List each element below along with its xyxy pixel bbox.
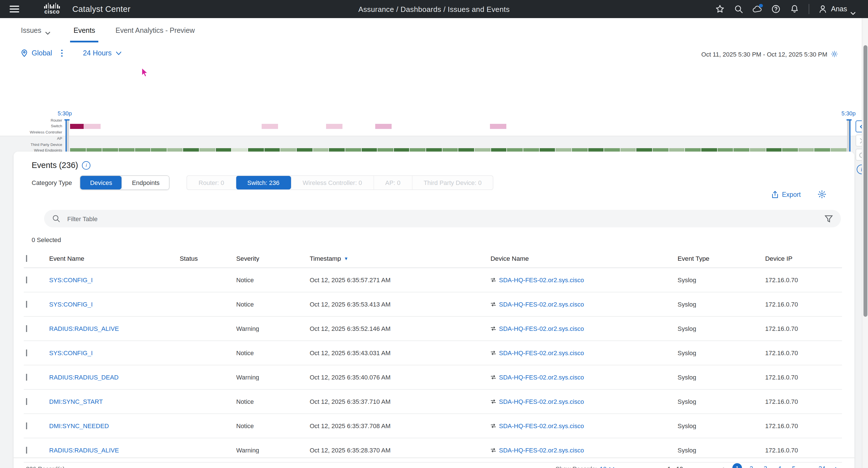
tab-issues[interactable]: Issues	[21, 18, 50, 42]
cloud-icon[interactable]	[752, 4, 762, 14]
tab-events[interactable]: Events	[73, 18, 95, 42]
events-info-icon[interactable]: i	[82, 161, 90, 169]
cisco-logo: cisco	[41, 4, 63, 14]
vertical-scrollbar[interactable]	[862, 18, 868, 468]
switch-device-icon	[491, 399, 496, 404]
device-name-link[interactable]: SDA-HQ-FES-02.or2.sys.cisco	[499, 325, 584, 332]
user-name: Anas	[831, 5, 847, 13]
switch-device-icon	[491, 326, 496, 331]
notifications-bell-icon[interactable]	[790, 4, 799, 14]
user-avatar-icon	[818, 4, 828, 14]
device-name-link[interactable]: SDA-HQ-FES-02.or2.sys.cisco	[499, 422, 584, 429]
pagination-page-3[interactable]: 3	[761, 463, 770, 468]
timestamp-cell: Oct 12, 2025 6:35:52.146 AM	[310, 325, 491, 332]
event-name-link[interactable]: SYS:CONFIG_I	[49, 301, 93, 308]
device-name-cell: SDA-HQ-FES-02.or2.sys.cisco	[491, 301, 678, 308]
show-records-value[interactable]: 10	[599, 465, 607, 468]
row-checkbox-cell	[26, 398, 49, 405]
column-header-status[interactable]: Status	[180, 255, 236, 262]
device-filter-chip[interactable]: Third Party Device: 0	[412, 176, 493, 189]
kebab-menu-icon[interactable]	[61, 50, 62, 57]
device-name-link[interactable]: SDA-HQ-FES-02.or2.sys.cisco	[499, 276, 584, 283]
device-name-link[interactable]: SDA-HQ-FES-02.or2.sys.cisco	[499, 447, 584, 454]
device-filter-chip[interactable]: AP: 0	[373, 176, 412, 189]
event-name-cell: SYS:CONFIG_I	[49, 276, 180, 283]
device-filter-chip[interactable]: Switch: 236	[236, 176, 291, 189]
filter-table-input[interactable]	[66, 215, 825, 223]
event-name-link[interactable]: RADIUS:RADIUS_ALIVE	[49, 447, 119, 454]
column-header-device-name[interactable]: Device Name	[491, 255, 678, 262]
device-name-cell: SDA-HQ-FES-02.or2.sys.cisco	[491, 422, 678, 429]
status-cell	[180, 301, 236, 308]
device-name-link[interactable]: SDA-HQ-FES-02.or2.sys.cisco	[499, 374, 584, 381]
severity-cell: Warning	[236, 374, 310, 381]
scrollbar-thumb[interactable]	[863, 45, 867, 317]
export-button[interactable]: Export	[771, 190, 801, 198]
status-cell	[180, 447, 236, 454]
switch-event-segment	[490, 124, 507, 129]
breadcrumb[interactable]: Assurance / Dashboards / Issues and Even…	[358, 0, 510, 18]
event-name-link[interactable]: SYS:CONFIG_I	[49, 276, 93, 283]
events-title: Events (236) i	[32, 160, 90, 170]
table-settings-gear-icon[interactable]	[818, 190, 826, 199]
event-name-link[interactable]: DMI:SYNC_START	[49, 398, 103, 405]
event-type-cell: Syslog	[678, 350, 765, 356]
event-name-link[interactable]: RADIUS:RADIUS_ALIVE	[49, 325, 119, 332]
device-name-link[interactable]: SDA-HQ-FES-02.or2.sys.cisco	[499, 398, 584, 405]
pagination-next-icon[interactable]: ›	[831, 463, 841, 468]
row-checkbox[interactable]	[26, 350, 27, 356]
events-table: Event NameStatusSeverityTimestamp▼Device…	[24, 250, 842, 463]
header-divider	[808, 4, 809, 14]
row-checkbox[interactable]	[26, 374, 27, 381]
category-button-devices[interactable]: Devices	[81, 176, 122, 189]
scope-selector[interactable]: Global	[32, 49, 52, 57]
device-filter-chip[interactable]: Router: 0	[187, 176, 236, 189]
event-name-link[interactable]: SYS:CONFIG_I	[49, 350, 93, 356]
column-header-event-type[interactable]: Event Type	[678, 255, 765, 262]
timeline-row-label: Switch	[0, 123, 62, 130]
row-checkbox[interactable]	[26, 301, 27, 308]
row-checkbox[interactable]	[26, 276, 27, 283]
device-filter-chip[interactable]: Wireless Controller: 0	[291, 176, 373, 189]
pagination-page-5[interactable]: 5	[789, 463, 799, 468]
pagination-page-4[interactable]: 4	[775, 463, 784, 468]
category-button-endpoints[interactable]: Endpoints	[122, 176, 169, 189]
events-card: Events (236) i Category Type DevicesEndp…	[13, 152, 855, 468]
timestamp-cell: Oct 12, 2025 6:35:37.710 AM	[310, 398, 491, 405]
pagination-page-24[interactable]: 24	[817, 463, 827, 468]
event-name-link[interactable]: DMI:SYNC_NEEDED	[49, 422, 109, 429]
pagination-page-2[interactable]: 2	[746, 463, 756, 468]
search-icon[interactable]	[734, 4, 743, 14]
column-header-severity[interactable]: Severity	[236, 255, 310, 262]
help-icon[interactable]	[771, 4, 781, 14]
row-checkbox[interactable]	[26, 325, 27, 332]
column-header-event-name[interactable]: Event Name	[49, 255, 180, 262]
row-checkbox[interactable]	[26, 447, 27, 454]
pagination-prev-icon[interactable]: ‹	[718, 463, 728, 468]
table-row: SYS:CONFIG_INoticeOct 12, 2025 6:35:43.0…	[24, 341, 842, 365]
star-icon[interactable]	[715, 4, 725, 14]
select-all-checkbox[interactable]	[26, 255, 27, 262]
tab-event-analytics[interactable]: Event Analytics - Preview	[116, 18, 195, 42]
device-name-link[interactable]: SDA-HQ-FES-02.or2.sys.cisco	[499, 350, 584, 356]
event-name-cell: DMI:SYNC_NEEDED	[49, 422, 180, 429]
row-checkbox[interactable]	[26, 398, 27, 405]
device-name-link[interactable]: SDA-HQ-FES-02.or2.sys.cisco	[499, 301, 584, 308]
filter-funnel-icon[interactable]	[825, 215, 833, 223]
table-row: RADIUS:RADIUS_DEADWarningOct 12, 2025 6:…	[24, 365, 842, 390]
hamburger-menu-icon[interactable]	[10, 6, 19, 12]
user-menu[interactable]: Anas	[818, 4, 856, 14]
sort-descending-icon[interactable]: ▼	[344, 256, 348, 261]
pagination-page-1[interactable]: 1	[733, 463, 742, 468]
event-name-link[interactable]: RADIUS:RADIUS_DEAD	[49, 374, 119, 381]
row-checkbox[interactable]	[26, 422, 27, 429]
column-header-device-ip[interactable]: Device IP	[765, 255, 842, 262]
severity-cell: Warning	[236, 325, 310, 332]
column-header-timestamp[interactable]: Timestamp▼	[310, 255, 491, 262]
timeline-settings-gear-icon[interactable]	[831, 50, 838, 58]
row-checkbox-cell	[26, 276, 49, 283]
device-type-filters: Router: 0Switch: 236Wireless Controller:…	[187, 175, 494, 190]
duration-selector[interactable]: 24 Hours	[83, 49, 122, 57]
severity-cell: Warning	[236, 447, 310, 454]
device-ip-cell: 172.16.0.70	[765, 374, 842, 381]
